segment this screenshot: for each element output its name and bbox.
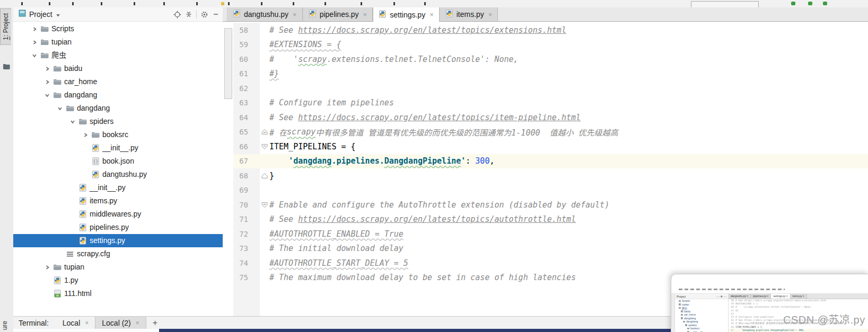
chevron-right-icon[interactable] bbox=[42, 79, 52, 85]
code-area[interactable]: 58# See https://docs.scrapy.org/en/lates… bbox=[223, 22, 868, 316]
code-line-59[interactable]: 59#EXTENSIONS = { bbox=[223, 38, 868, 52]
line-number: 61 bbox=[233, 67, 260, 82]
line-number: 63 bbox=[233, 96, 260, 111]
tree-item-items.py[interactable]: items.py bbox=[13, 194, 223, 208]
fold-marker-icon[interactable] bbox=[260, 198, 269, 212]
bookmark-folder-icon[interactable] bbox=[3, 62, 10, 72]
tree-item-baidu[interactable]: baidu bbox=[13, 62, 223, 75]
chevron-right-icon[interactable] bbox=[29, 26, 40, 32]
code-line-64[interactable]: 64# See https://docs.scrapy.org/en/lates… bbox=[223, 110, 868, 125]
project-scrollbar-thumb[interactable] bbox=[224, 28, 232, 99]
code-line-72[interactable]: 72#AUTOTHROTTLE_ENABLED = True bbox=[223, 227, 868, 241]
chevron-down-icon[interactable] bbox=[67, 119, 78, 124]
tree-item-label: tupian bbox=[64, 261, 84, 274]
line-number: 73 bbox=[233, 241, 260, 256]
hide-panel-icon[interactable] bbox=[210, 9, 222, 20]
code-text: } bbox=[269, 168, 868, 183]
python-icon bbox=[52, 276, 62, 284]
code-line-62[interactable]: 62 bbox=[223, 81, 868, 96]
tree-item-dangdang[interactable]: dangdang bbox=[13, 102, 223, 115]
code-text bbox=[269, 183, 868, 198]
tree-item-label: booksrc bbox=[102, 128, 128, 141]
tool-window-tab-project[interactable]: 1: Project bbox=[0, 8, 11, 45]
code-line-67[interactable]: 67 'dangdang.pipelines.DangdangPipeline'… bbox=[223, 154, 868, 169]
settings-gear-icon[interactable] bbox=[198, 9, 210, 20]
new-terminal-tab-button[interactable]: + bbox=[146, 317, 164, 329]
line-number: 67 bbox=[233, 154, 260, 169]
code-line-69[interactable]: 69 bbox=[223, 183, 868, 198]
tree-item-dangtushu.py[interactable]: dangtushu.py bbox=[13, 168, 223, 181]
chevron-right-icon[interactable] bbox=[29, 40, 40, 45]
code-line-70[interactable]: 70# Enable and configure the AutoThrottl… bbox=[223, 198, 868, 212]
top-strip bbox=[0, 0, 868, 8]
code-line-60[interactable]: 60# 'scrapy.extensions.telnet.TelnetCons… bbox=[223, 52, 868, 67]
tree-item-label: dangdang bbox=[64, 88, 97, 102]
tree-item-__init__.py[interactable]: __init__.py bbox=[13, 141, 223, 155]
close-icon[interactable]: × bbox=[488, 11, 493, 19]
tree-item-booksrc[interactable]: booksrc bbox=[13, 128, 223, 141]
pip-tab: settings.py × bbox=[771, 294, 790, 299]
collapse-all-icon[interactable] bbox=[183, 9, 195, 20]
folder-icon bbox=[40, 39, 49, 46]
code-text: # See https://docs.scrapy.org/en/latest/… bbox=[269, 110, 868, 125]
tab-pipelines.py[interactable]: pipelines.py× bbox=[303, 7, 373, 21]
tree-item-book.json[interactable]: {}book.json bbox=[13, 155, 223, 168]
terminal-title: Terminal: bbox=[13, 317, 56, 329]
project-panel-title[interactable]: Project bbox=[13, 10, 60, 19]
tree-item-scrapy.cfg[interactable]: scrapy.cfg bbox=[13, 247, 223, 261]
fold-marker-icon[interactable] bbox=[260, 168, 269, 183]
tree-item-label: spiders bbox=[90, 115, 113, 128]
close-icon[interactable]: × bbox=[363, 11, 367, 19]
tool-window-tab-structure[interactable]: ure bbox=[1, 321, 8, 330]
code-text: # Enable and configure the AutoThrottle … bbox=[269, 198, 868, 212]
project-panel-header: Project bbox=[13, 7, 223, 22]
tab-label: dangtushu.py bbox=[244, 10, 288, 19]
tree-item--[interactable]: 爬虫 bbox=[13, 49, 223, 62]
code-line-74[interactable]: 74#AUTOTHROTTLE_START_DELAY = 5 bbox=[223, 256, 868, 271]
tree-item-car_home[interactable]: car_home bbox=[13, 75, 223, 88]
code-line-71[interactable]: 71# See https://docs.scrapy.org/en/lates… bbox=[223, 212, 868, 227]
chevron-down-icon[interactable] bbox=[29, 53, 40, 58]
close-icon[interactable]: × bbox=[136, 319, 139, 327]
chevron-down-icon[interactable] bbox=[56, 10, 60, 19]
chevron-right-icon[interactable] bbox=[42, 265, 52, 270]
watermark: CSDN @苏凉.py bbox=[783, 311, 865, 327]
code-line-65[interactable]: 65# 在scrapy中有很多管道 管道是有优先级的而优先级的范围通常为1-10… bbox=[223, 125, 868, 140]
chevron-right-icon[interactable] bbox=[80, 132, 91, 138]
close-icon[interactable]: × bbox=[429, 11, 434, 19]
tree-item-spiders[interactable]: spiders bbox=[13, 115, 223, 128]
tree-item-Scripts[interactable]: Scripts bbox=[13, 22, 223, 35]
tree-item-middlewares.py[interactable]: middlewares.py bbox=[13, 208, 223, 221]
locate-icon[interactable] bbox=[171, 9, 183, 20]
fold-marker-icon[interactable] bbox=[260, 139, 269, 154]
code-line-68[interactable]: 68} bbox=[223, 168, 868, 183]
tab-dangtushu.py[interactable]: dangtushu.py× bbox=[227, 7, 303, 21]
tab-label: items.py bbox=[457, 10, 484, 19]
fold-marker-icon[interactable] bbox=[260, 125, 269, 140]
chevron-right-icon[interactable] bbox=[42, 66, 52, 71]
code-line-58[interactable]: 58# See https://docs.scrapy.org/en/lates… bbox=[223, 23, 868, 38]
chevron-down-icon[interactable] bbox=[55, 106, 65, 111]
code-line-66[interactable]: 66ITEM_PIPELINES = { bbox=[223, 139, 868, 154]
tree-item-dangdang[interactable]: dangdang bbox=[13, 88, 223, 102]
tree-item-111.html[interactable]: H111.html bbox=[13, 287, 223, 300]
tree-item-1.py[interactable]: 1.py bbox=[13, 274, 223, 287]
python-icon bbox=[78, 223, 87, 231]
close-icon[interactable]: × bbox=[293, 11, 297, 19]
code-line-61[interactable]: 61#} bbox=[223, 67, 868, 82]
line-number: 62 bbox=[233, 81, 260, 96]
tree-item-tupian[interactable]: tupian bbox=[13, 261, 223, 274]
tree-item-tupian[interactable]: tupian bbox=[13, 35, 223, 49]
tree-item-__init__.py[interactable]: __init__.py bbox=[13, 181, 223, 194]
terminal-tab-Local-2-[interactable]: Local (2)× bbox=[95, 317, 146, 329]
tab-items.py[interactable]: items.py× bbox=[440, 7, 498, 21]
code-line-63[interactable]: 63# Configure item pipelines bbox=[223, 96, 868, 111]
tree-item-settings.py[interactable]: settings.py bbox=[13, 234, 223, 247]
close-icon[interactable]: × bbox=[85, 319, 89, 327]
folder-icon bbox=[65, 105, 75, 112]
chevron-down-icon[interactable] bbox=[42, 93, 52, 98]
tab-settings.py[interactable]: settings.py× bbox=[373, 7, 440, 22]
code-line-73[interactable]: 73# The initial download delay bbox=[223, 241, 868, 256]
tree-item-pipelines.py[interactable]: pipelines.py bbox=[13, 221, 223, 234]
terminal-tab-Local[interactable]: Local× bbox=[56, 317, 95, 329]
